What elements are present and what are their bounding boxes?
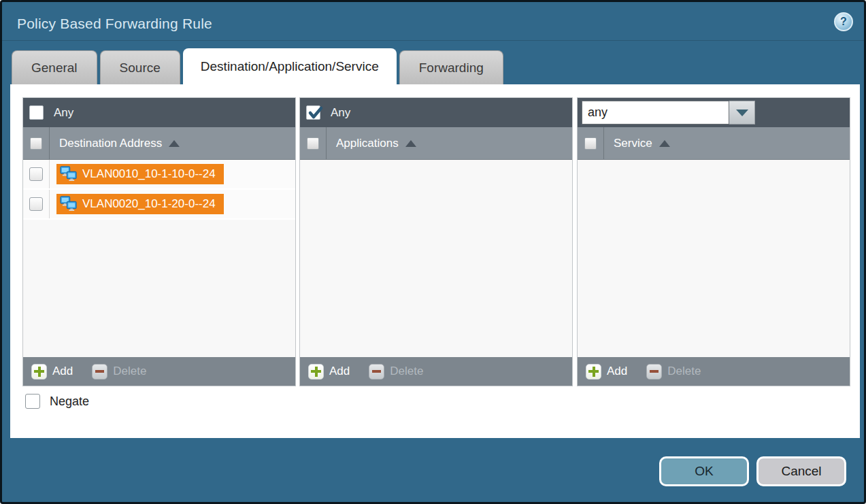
row-checkbox-cell (23, 190, 50, 218)
help-icon[interactable]: ? (834, 12, 853, 31)
add-button[interactable]: Add (586, 364, 627, 380)
destination-address-panel: Any Destination Address (22, 97, 296, 386)
applications-column-header[interactable]: Applications (300, 127, 572, 160)
service-footer: Add Delete (578, 357, 850, 386)
sort-ascending-icon (169, 140, 180, 147)
delete-button[interactable]: Delete (646, 364, 701, 380)
address-object-item[interactable]: VLAN0020_10-1-20-0--24 (56, 194, 224, 214)
address-label: VLAN0020_10-1-20-0--24 (82, 197, 216, 211)
applications-panel: Any Applications Add Delete (299, 97, 573, 386)
service-dropdown-input[interactable] (582, 101, 729, 124)
plus-icon (31, 364, 47, 380)
tab-content: Any Destination Address (10, 84, 860, 438)
column-header-label: Destination Address (59, 137, 162, 150)
destination-list: VLAN0010_10-1-10-0--24 VLAN0020_10-1-20-… (23, 160, 295, 357)
sort-ascending-icon (659, 140, 670, 147)
ok-button[interactable]: OK (659, 456, 749, 486)
address-label: VLAN0010_10-1-10-0--24 (82, 167, 216, 181)
column-header-label: Service (614, 137, 652, 150)
destination-any-bar: Any (23, 98, 295, 127)
select-all-checkbox[interactable] (30, 137, 42, 150)
service-column-header[interactable]: Service (578, 127, 850, 160)
network-icon (60, 196, 78, 212)
cancel-button[interactable]: Cancel (756, 456, 846, 486)
applications-any-bar: Any (300, 98, 572, 127)
add-button[interactable]: Add (308, 364, 350, 380)
minus-icon (92, 364, 107, 380)
dropdown-button[interactable] (729, 101, 755, 124)
sort-ascending-icon (405, 140, 416, 147)
applications-any-checkbox[interactable] (306, 105, 320, 120)
delete-button[interactable]: Delete (369, 364, 423, 380)
tab-source[interactable]: Source (100, 50, 180, 84)
negate-option: Negate (25, 394, 89, 409)
tab-forwarding[interactable]: Forwarding (399, 50, 503, 84)
minus-icon (369, 364, 384, 380)
policy-based-forwarding-dialog: Policy Based Forwarding Rule ? General S… (0, 0, 866, 504)
checkmark-icon (307, 105, 324, 122)
title-bar: Policy Based Forwarding Rule ? (2, 2, 864, 40)
titlebar-divider (2, 40, 864, 41)
destination-footer: Add Delete (23, 357, 295, 386)
tab-destination-application-service[interactable]: Destination/Application/Service (183, 48, 397, 84)
tab-general[interactable]: General (12, 50, 97, 84)
column-header-label: Applications (336, 137, 399, 150)
header-checkbox-cell (578, 127, 604, 159)
applications-list (300, 160, 572, 357)
applications-any-label: Any (331, 106, 350, 120)
service-list (578, 160, 850, 357)
select-all-checkbox[interactable] (584, 137, 597, 150)
service-panel: Service Add Delete (577, 97, 850, 386)
tab-bar: General Source Destination/Application/S… (12, 48, 856, 84)
service-dropdown (582, 101, 755, 124)
address-object-item[interactable]: VLAN0010_10-1-10-0--24 (56, 164, 224, 184)
minus-icon (646, 364, 662, 380)
header-checkbox-cell (23, 127, 50, 159)
destination-any-label: Any (54, 106, 73, 120)
row-checkbox[interactable] (29, 167, 43, 181)
row-checkbox-cell (23, 160, 50, 188)
add-button[interactable]: Add (31, 364, 73, 380)
list-row: VLAN0010_10-1-10-0--24 (23, 160, 295, 190)
row-checkbox[interactable] (29, 197, 43, 211)
applications-footer: Add Delete (300, 357, 572, 386)
plus-icon (586, 364, 601, 380)
destination-any-checkbox[interactable] (29, 105, 44, 120)
chevron-down-icon (736, 110, 748, 116)
delete-button[interactable]: Delete (92, 364, 146, 380)
plus-icon (308, 364, 324, 380)
negate-checkbox[interactable] (25, 394, 40, 409)
select-all-checkbox[interactable] (307, 137, 319, 150)
list-row: VLAN0020_10-1-20-0--24 (23, 190, 295, 220)
dialog-title: Policy Based Forwarding Rule (17, 16, 212, 32)
header-checkbox-cell (300, 127, 327, 159)
destination-column-header[interactable]: Destination Address (23, 127, 295, 160)
network-icon (60, 166, 78, 182)
service-any-bar (578, 98, 850, 127)
negate-label: Negate (50, 394, 89, 409)
